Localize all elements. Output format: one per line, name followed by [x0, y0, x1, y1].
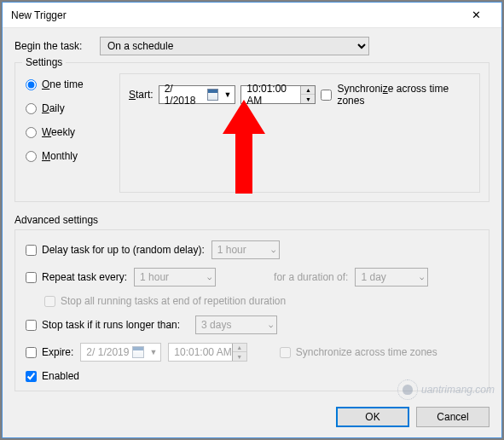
sync-timezones-input[interactable]	[321, 90, 332, 101]
spinner-down-icon[interactable]: ▼	[301, 95, 315, 103]
repeat-combo[interactable]: 1 hour ⌵	[134, 268, 216, 287]
delay-combo[interactable]: 1 hour ⌵	[211, 240, 280, 259]
repeat-label: Repeat task every:	[42, 271, 127, 283]
spinner-down-icon[interactable]: ▼	[233, 352, 246, 361]
expire-input[interactable]	[26, 347, 37, 358]
ok-button[interactable]: OK	[336, 407, 409, 427]
spinner-up-icon[interactable]: ▲	[233, 344, 246, 352]
start-label: Start:	[129, 89, 154, 101]
chevron-down-icon[interactable]: ⌵	[207, 273, 211, 281]
close-icon[interactable]: ✕	[459, 9, 493, 21]
start-panel: Start: 2/ 1/2018 ▼ 10:01:00 AM ▲▼	[119, 73, 480, 193]
stop-repetition-label: Stop all running tasks at end of repetit…	[61, 295, 286, 307]
repeat-value: 1 hour	[140, 271, 169, 283]
stop-repetition-input	[44, 296, 55, 307]
content-area: Begin the task: On a schedule Settings O…	[3, 28, 501, 400]
radio-onetime[interactable]: One time	[26, 78, 111, 90]
expire-sync-checkbox: Synchronize across time zones	[280, 346, 437, 358]
expire-checkbox[interactable]: Expire:	[26, 346, 73, 358]
stop-long-combo[interactable]: 3 days ⌵	[195, 316, 277, 334]
chevron-down-icon[interactable]: ▼	[148, 348, 159, 356]
delay-input[interactable]	[26, 245, 37, 256]
stop-repetition-checkbox: Stop all running tasks at end of repetit…	[44, 295, 286, 307]
start-time-picker[interactable]: 10:01:00 AM ▲▼	[240, 85, 316, 104]
duration-value: 1 day	[361, 271, 385, 283]
time-spinner[interactable]: ▲▼	[232, 344, 246, 361]
chevron-down-icon[interactable]: ⌵	[420, 273, 424, 281]
begin-label: Begin the task:	[14, 40, 100, 52]
enabled-input[interactable]	[26, 371, 37, 382]
delay-checkbox[interactable]: Delay task for up to (random delay):	[26, 244, 205, 256]
radio-monthly[interactable]: Monthly	[26, 150, 111, 162]
expire-time-value: 10:01:00 AM	[174, 346, 231, 358]
enabled-label: Enabled	[42, 370, 79, 382]
calendar-icon	[132, 346, 144, 358]
expire-time-picker[interactable]: 10:01:00 AM ▲▼	[168, 343, 246, 362]
button-bar: OK Cancel	[336, 407, 490, 427]
stop-long-label: Stop task if it runs longer than:	[42, 319, 180, 331]
settings-legend: Settings	[22, 56, 66, 68]
radio-weekly-input[interactable]	[26, 127, 37, 138]
expire-sync-input	[280, 347, 291, 358]
window-title: New Trigger	[11, 9, 459, 21]
duration-combo[interactable]: 1 day ⌵	[355, 268, 428, 287]
repeat-checkbox[interactable]: Repeat task every:	[26, 271, 127, 283]
repeat-input[interactable]	[26, 272, 37, 283]
schedule-radios: One time Daily Weekly Monthly	[26, 73, 111, 193]
enabled-checkbox[interactable]: Enabled	[26, 370, 79, 382]
expire-date-value: 2/ 1/2019	[86, 346, 129, 358]
chevron-down-icon[interactable]: ⌵	[271, 246, 275, 254]
spinner-up-icon[interactable]: ▲	[301, 86, 315, 95]
advanced-legend: Advanced settings	[14, 214, 490, 226]
duration-label: for a duration of:	[274, 271, 348, 283]
dialog-window: New Trigger ✕ Begin the task: On a sched…	[2, 2, 502, 438]
radio-daily-input[interactable]	[26, 103, 37, 114]
calendar-icon	[207, 89, 218, 101]
titlebar: New Trigger ✕	[3, 3, 501, 28]
sync-timezones-label: Synchronize across time zones	[337, 83, 471, 107]
delay-label: Delay task for up to (random delay):	[42, 244, 205, 256]
start-date-picker[interactable]: 2/ 1/2018 ▼	[159, 85, 236, 104]
stop-long-input[interactable]	[26, 320, 37, 331]
chevron-down-icon[interactable]: ⌵	[269, 321, 273, 329]
start-date-value: 2/ 1/2018	[165, 83, 205, 107]
radio-daily[interactable]: Daily	[26, 102, 111, 114]
stop-long-value: 3 days	[201, 319, 231, 331]
chevron-down-icon[interactable]: ▼	[222, 90, 233, 99]
expire-sync-label: Synchronize across time zones	[296, 346, 437, 358]
stop-long-checkbox[interactable]: Stop task if it runs longer than:	[26, 319, 180, 331]
delay-value: 1 hour	[217, 244, 246, 256]
radio-onetime-input[interactable]	[26, 79, 37, 90]
radio-monthly-input[interactable]	[26, 151, 37, 162]
expire-date-picker[interactable]: 2/ 1/2019 ▼	[80, 343, 161, 362]
advanced-fieldset: Delay task for up to (random delay): 1 h…	[14, 229, 490, 391]
time-spinner[interactable]: ▲▼	[300, 86, 315, 103]
settings-fieldset: Settings One time Daily Weekly Monthly S…	[14, 62, 490, 202]
radio-weekly[interactable]: Weekly	[26, 126, 111, 138]
begin-task-select[interactable]: On a schedule	[100, 37, 369, 55]
start-time-value: 10:01:00 AM	[246, 83, 300, 107]
sync-timezones-checkbox[interactable]: Synchronize across time zones	[321, 83, 471, 107]
expire-label: Expire:	[42, 346, 73, 358]
cancel-button[interactable]: Cancel	[416, 407, 490, 427]
